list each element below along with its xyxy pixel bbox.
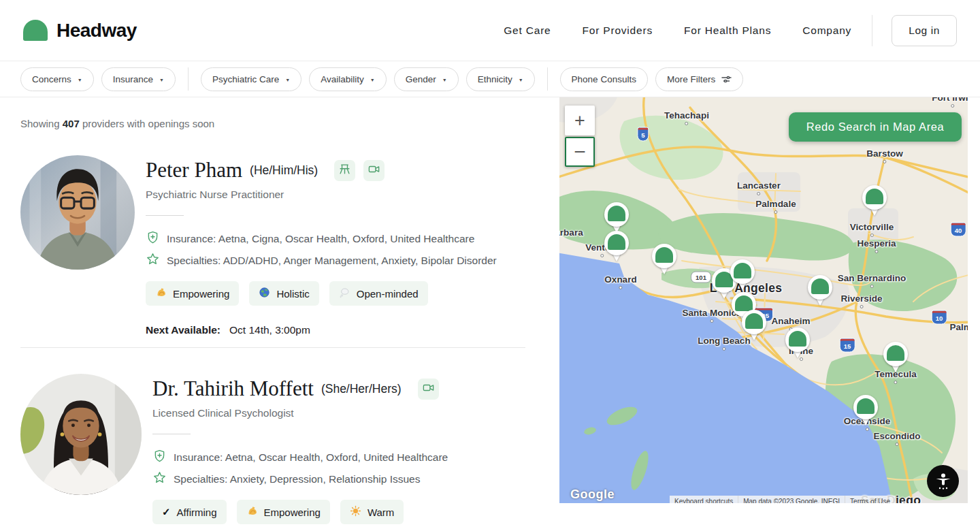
provider-name[interactable]: Peter Pham (146, 158, 242, 182)
provider-map-pin[interactable] (862, 185, 887, 217)
filter-pill-label: Availability (321, 74, 364, 84)
redo-search-button[interactable]: Redo Search in Map Area (789, 112, 962, 142)
trait-badge-empowering: Empowering (237, 500, 330, 524)
chevron-down-icon: ▼ (519, 77, 523, 82)
nav-item-for-providers[interactable]: For Providers (583, 25, 653, 37)
map-zoom-out-button[interactable]: − (565, 137, 595, 167)
city-dot (894, 381, 898, 384)
city-dot (685, 122, 689, 125)
keyboard-shortcuts-link[interactable]: Keyboard shortcuts (670, 496, 738, 503)
filter-pill-label: Phone Consults (572, 74, 636, 84)
next-available-label: Next Available: (146, 324, 220, 336)
map-attribution: Keyboard shortcuts Map data ©2023 Google… (670, 496, 896, 503)
video-icon (422, 381, 435, 397)
provider-title: Licensed Clinical Psychologist (152, 407, 448, 419)
route-shield-label: 5 (641, 131, 644, 139)
route-shield-label: 101 (696, 274, 706, 281)
filter-group-divider (188, 67, 189, 91)
trait-badge-warm: Warm (340, 500, 404, 524)
filter-pill-availability[interactable]: Availability▼ (309, 67, 386, 91)
pin-dome-icon (608, 234, 625, 250)
provider-map-pin[interactable] (604, 231, 629, 263)
route-shield-10: 10 (932, 310, 947, 325)
city-label-text: Anaheim (771, 316, 810, 326)
map-city-label-arbara: arbara (559, 227, 583, 238)
map-panel[interactable]: Fort IrwinTehachapiBarstowLancasterPalmd… (559, 97, 968, 503)
insurance-text: Insurance: Aetna, Cigna, Oscar Health, O… (167, 233, 474, 245)
city-label-text: Tehachapi (664, 110, 709, 121)
brand-name: Headway (56, 20, 137, 42)
filter-pill-label: More Filters (667, 74, 715, 84)
provider-name[interactable]: Dr. Tahirih Moffett (152, 376, 314, 401)
map-city-label-barstow: Barstow (866, 148, 902, 163)
map-data-copyright: Map data ©2023 Google, INEGI (738, 496, 845, 503)
specialties-text: Specialties: Anxiety, Depression, Relati… (174, 473, 420, 485)
card-small-divider (146, 215, 184, 216)
filter-bar: Concerns▼Insurance▼Psychiatric Care▼Avai… (0, 61, 980, 97)
pin-dome-icon (735, 295, 753, 311)
map-city-label-oxnard: Oxnard (604, 274, 636, 289)
provider-map-pin[interactable] (730, 259, 755, 291)
nav-item-company[interactable]: Company (802, 25, 851, 37)
specialties-row: Specialties: Anxiety, Depression, Relati… (152, 470, 448, 487)
filter-pill-gender[interactable]: Gender▼ (394, 67, 459, 91)
chevron-down-icon: ▼ (159, 77, 164, 82)
provider-photo[interactable] (20, 374, 142, 495)
provider-map-pin[interactable] (883, 342, 908, 374)
video-icon (368, 163, 380, 178)
filter-pill-psychiatric-care[interactable]: Psychiatric Care▼ (201, 67, 301, 91)
filter-pill-insurance[interactable]: Insurance▼ (101, 67, 176, 91)
headway-logo[interactable]: Headway (23, 20, 137, 42)
provider-map-pin[interactable] (853, 395, 878, 427)
provider-photo[interactable] (20, 155, 135, 270)
nav-item-get-care[interactable]: Get Care (504, 25, 551, 37)
provider-name-row: Peter Pham(He/Him/His) (146, 158, 497, 182)
city-label-text: Palmdale (755, 199, 796, 209)
pin-dome-icon (887, 345, 904, 361)
provider-pronouns: (She/Her/Hers) (321, 382, 402, 396)
provider-map-pin[interactable] (785, 327, 810, 359)
city-label-text: Riverside (841, 293, 883, 304)
accessibility-person-icon (934, 472, 953, 491)
filter-pill-label: Ethnicity (478, 74, 512, 84)
map-zoom-in-button[interactable]: + (565, 106, 595, 135)
provider-map-pin[interactable] (808, 275, 832, 307)
accessibility-widget-button[interactable] (927, 465, 959, 497)
login-button[interactable]: Log in (892, 15, 957, 46)
results-count: 407 (63, 118, 80, 129)
filter-pill-concerns[interactable]: Concerns▼ (20, 67, 94, 91)
provider-map-pin[interactable] (742, 310, 766, 342)
trait-badge-holistic: Holistic (249, 281, 318, 306)
chair-icon (338, 163, 351, 178)
chevron-down-icon: ▼ (285, 77, 290, 82)
filter-pill-phone-consults[interactable]: Phone Consults (560, 67, 648, 91)
filter-pill-label: Insurance (113, 74, 153, 84)
provider-card-body: Dr. Tahirih Moffett(She/Her/Hers)License… (152, 374, 448, 529)
video-session-badge (363, 160, 385, 181)
terms-of-use-link[interactable]: Terms of Use (845, 496, 896, 503)
city-dot (870, 234, 873, 237)
filter-mixer-icon (721, 75, 732, 84)
map-city-label-riverside: Riverside (841, 293, 883, 308)
nav-item-for-health-plans[interactable]: For Health Plans (684, 25, 771, 37)
chevron-down-icon: ▼ (442, 77, 447, 82)
in-person-session-badge (334, 160, 355, 181)
provider-map-pin[interactable] (604, 202, 629, 234)
city-dot (710, 319, 714, 323)
provider-results-list[interactable]: Showing 407 providers with openings soon… (0, 97, 551, 529)
trait-badge-affirming: ✓Affirming (152, 500, 227, 524)
trait-badges: ✓AffirmingEmpoweringWarm (152, 500, 448, 524)
city-label-text: Victorville (850, 222, 894, 232)
filter-pill-label: Psychiatric Care (212, 74, 279, 84)
filter-pill-more-filters[interactable]: More Filters (655, 67, 743, 91)
shield-plus-icon (152, 449, 167, 466)
main-nav: Get CareFor ProvidersFor Health PlansCom… (504, 25, 851, 37)
pin-dome-icon (655, 247, 673, 263)
filter-pill-ethnicity[interactable]: Ethnicity▼ (466, 67, 535, 91)
provider-map-pin[interactable] (652, 244, 676, 276)
pin-dome-icon (811, 278, 829, 294)
card-divider (20, 347, 525, 348)
city-dot (722, 347, 725, 351)
globe-emoji (259, 287, 270, 300)
city-dot (601, 254, 604, 257)
